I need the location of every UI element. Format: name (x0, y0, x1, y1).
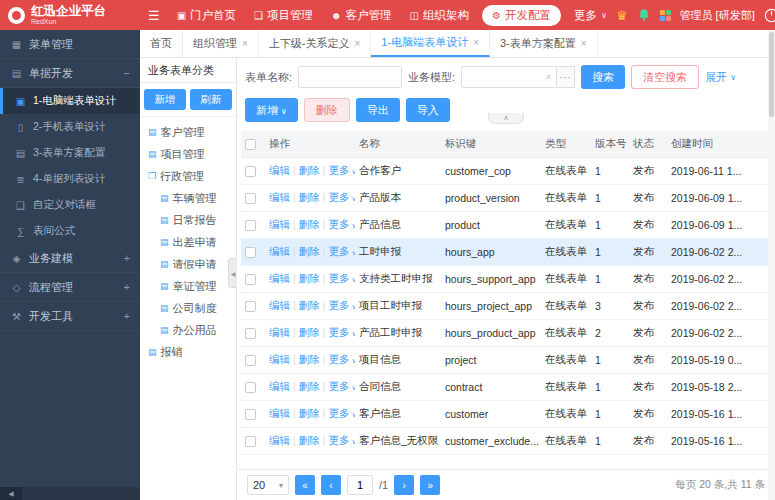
page-number-input[interactable] (347, 475, 373, 495)
prev-page-button[interactable]: ‹ (321, 475, 341, 495)
tree-item-customer-mgmt[interactable]: ▤客户管理 (142, 121, 234, 143)
tree-item-office-supplies[interactable]: ▤办公用品 (142, 319, 234, 341)
more-link[interactable]: 更多 (328, 299, 349, 311)
first-page-button[interactable]: « (295, 475, 315, 495)
vertical-scrollbar[interactable] (768, 30, 775, 500)
clear-x-icon[interactable]: × (546, 72, 551, 82)
sidebar-collapse-button[interactable]: ◀ (0, 487, 22, 500)
delete-link[interactable]: 删除 (299, 218, 320, 230)
table-row[interactable]: 编辑|删除|更多∨支持类工时申报hours_support_app在线表单1发布… (241, 266, 771, 293)
row-checkbox[interactable] (245, 328, 256, 339)
table-row[interactable]: 编辑|删除|更多∨工时申报hours_app在线表单1发布2019-06-02 … (241, 239, 771, 266)
select-all-checkbox[interactable] (245, 139, 256, 150)
nav-item-dev-config[interactable]: ⚙开发配置 (482, 5, 561, 26)
nav-item-customer-mgmt[interactable]: ☻客户管理 (322, 0, 401, 30)
tree-item-leave-request[interactable]: ▤请假申请 (142, 253, 234, 275)
collapse-filter-button[interactable]: ∧ (488, 113, 524, 124)
edit-link[interactable]: 编辑 (269, 164, 290, 176)
tab-relation-def[interactable]: 上下级-关系定义× (259, 30, 372, 57)
close-icon[interactable]: × (355, 38, 361, 49)
close-icon[interactable]: × (242, 38, 248, 49)
row-checkbox[interactable] (245, 193, 256, 204)
more-link[interactable]: 更多 (328, 353, 349, 365)
row-checkbox[interactable] (245, 220, 256, 231)
delete-link[interactable]: 删除 (299, 245, 320, 257)
power-icon[interactable] (764, 8, 775, 23)
edit-link[interactable]: 编辑 (269, 326, 290, 338)
model-input[interactable] (461, 66, 557, 88)
tree-item-reimbursement[interactable]: ▤报销 (142, 341, 234, 363)
delete-link[interactable]: 删除 (299, 299, 320, 311)
table-row[interactable]: 编辑|删除|更多∨合作客户customer_cop在线表单1发布2019-06-… (241, 158, 771, 185)
delete-link[interactable]: 删除 (299, 272, 320, 284)
delete-link[interactable]: 删除 (299, 191, 320, 203)
sidebar-subitem-pc-form-design[interactable]: ▣1-电脑端表单设计 (0, 88, 140, 114)
user-menu[interactable]: 管理员 [研发部] (680, 8, 755, 23)
table-row[interactable]: 编辑|删除|更多∨产品信息product在线表单1发布2019-06-09 1.… (241, 212, 771, 239)
sidebar-subitem-doc-list-design[interactable]: ≣4-单据列表设计 (0, 166, 140, 192)
sidebar-item-menu-mgmt[interactable]: ▦菜单管理 (0, 30, 140, 59)
edit-link[interactable]: 编辑 (269, 245, 290, 257)
tree-item-project-mgmt[interactable]: ▤项目管理 (142, 143, 234, 165)
more-link[interactable]: 更多 (328, 272, 349, 284)
table-row[interactable]: 编辑|删除|更多∨产品工时申报hours_product_app在线表单2发布2… (241, 320, 771, 347)
edit-link[interactable]: 编辑 (269, 299, 290, 311)
sidebar-subitem-custom-dialog[interactable]: ❑自定义对话框 (0, 192, 140, 218)
nav-item-org-structure[interactable]: ◫组织架构 (401, 0, 478, 30)
row-checkbox[interactable] (245, 166, 256, 177)
delete-link[interactable]: 删除 (299, 380, 320, 392)
table-row[interactable]: 编辑|删除|更多∨客户信息customer在线表单1发布2019-05-16 1… (241, 401, 771, 428)
import-button[interactable]: 导入 (406, 98, 450, 122)
sidebar-item-process-mgmt[interactable]: ◇流程管理+ (0, 273, 140, 302)
nav-item-more[interactable]: 更多∨ (565, 0, 616, 30)
table-row[interactable]: 编辑|删除|更多∨合同信息contract在线表单1发布2019-05-18 2… (241, 374, 771, 401)
more-link[interactable]: 更多 (328, 191, 349, 203)
row-checkbox[interactable] (245, 382, 256, 393)
more-link[interactable]: 更多 (328, 380, 349, 392)
trophy-icon[interactable]: ♛ (616, 9, 628, 22)
tab-org-mgmt[interactable]: 组织管理× (183, 30, 259, 57)
more-link[interactable]: 更多 (328, 245, 349, 257)
last-page-button[interactable]: » (420, 475, 440, 495)
tree-item-company-policy[interactable]: ▤公司制度 (142, 297, 234, 319)
tab-form-scheme-config[interactable]: 3-表单方案配置× (490, 30, 598, 57)
sidebar-subitem-mobile-form-design[interactable]: ▯2-手机表单设计 (0, 114, 140, 140)
tree-item-admin-mgmt[interactable]: ❒行政管理 (142, 165, 234, 187)
more-link[interactable]: 更多 (328, 164, 349, 176)
tree-item-trip-request[interactable]: ▤出差申请 (142, 231, 234, 253)
delete-link[interactable]: 删除 (299, 326, 320, 338)
page-size-select[interactable]: 20 ▾ (247, 475, 289, 495)
tree-item-seal-mgmt[interactable]: ▤章证管理 (142, 275, 234, 297)
hamburger-menu-icon[interactable]: ☰ (140, 8, 168, 23)
close-icon[interactable]: × (581, 38, 587, 49)
model-picker-button[interactable]: ··· (557, 66, 575, 88)
edit-link[interactable]: 编辑 (269, 380, 290, 392)
expand-toggle[interactable]: 展开 ∨ (705, 70, 736, 85)
table-row[interactable]: 编辑|删除|更多∨项目工时申报hours_project_app在线表单3发布2… (241, 293, 771, 320)
clear-search-button[interactable]: 清空搜索 (631, 65, 699, 89)
more-link[interactable]: 更多 (328, 434, 349, 446)
tree-item-vehicle-mgmt[interactable]: ▤车辆管理 (142, 187, 234, 209)
sidebar-subitem-table-formula[interactable]: ∑表间公式 (0, 218, 140, 244)
table-row[interactable]: 编辑|删除|更多∨产品版本product_version在线表单1发布2019-… (241, 185, 771, 212)
sidebar-subitem-form-scheme-config[interactable]: ▤3-表单方案配置 (0, 140, 140, 166)
edit-link[interactable]: 编辑 (269, 191, 290, 203)
bell-icon[interactable] (637, 8, 651, 22)
nav-item-portal-home[interactable]: ▣门户首页 (168, 0, 245, 30)
edit-link[interactable]: 编辑 (269, 407, 290, 419)
row-checkbox[interactable] (245, 355, 256, 366)
sidebar-item-doc-dev[interactable]: ▤单据开发− (0, 59, 140, 88)
edit-link[interactable]: 编辑 (269, 272, 290, 284)
row-checkbox[interactable] (245, 274, 256, 285)
row-checkbox[interactable] (245, 301, 256, 312)
delete-link[interactable]: 删除 (299, 434, 320, 446)
delete-link[interactable]: 删除 (299, 164, 320, 176)
add-button[interactable]: 新增∨ (245, 98, 298, 122)
panel-collapse-button[interactable]: ◀ (228, 258, 237, 288)
delete-link[interactable]: 删除 (299, 407, 320, 419)
row-checkbox[interactable] (245, 409, 256, 420)
close-icon[interactable]: × (473, 37, 479, 48)
nav-item-project-mgmt[interactable]: ❏项目管理 (245, 0, 322, 30)
delete-button[interactable]: 删除 (304, 98, 350, 122)
delete-link[interactable]: 删除 (299, 353, 320, 365)
